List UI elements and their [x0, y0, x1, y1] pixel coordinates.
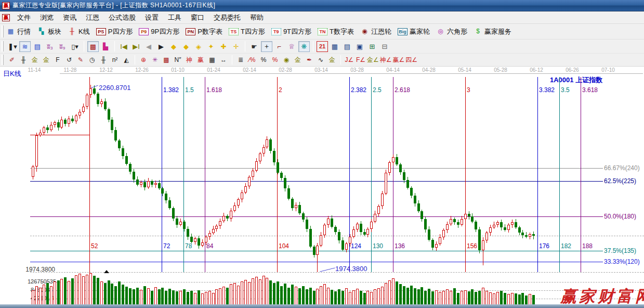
- trend-scribble-button[interactable]: ≋: [19, 41, 31, 52]
- gold-line-tool[interactable]: 金: [293, 55, 303, 65]
- gann-brush-tool[interactable]: ✐: [7, 55, 17, 65]
- t-number-button[interactable]: TNT数字表: [318, 27, 354, 36]
- network-button[interactable]: ⊞: [366, 41, 378, 52]
- toolbar-separator: [84, 41, 84, 52]
- n-squared-tool[interactable]: n²: [110, 55, 120, 65]
- quotes-button[interactable]: ▦行情: [6, 27, 31, 36]
- shen-angle-tool[interactable]: 神∠: [380, 55, 392, 65]
- diamond-expand-h-button[interactable]: ◈: [193, 41, 204, 52]
- winner-service-button[interactable]: $赢家服务: [474, 27, 511, 36]
- volume-profile-button[interactable]: ▙: [100, 41, 111, 52]
- menu-formula-stock-pick[interactable]: 公式选股: [104, 12, 140, 23]
- menu-trade-order[interactable]: 交易委托: [209, 12, 245, 23]
- red-brush-tool[interactable]: ✎: [75, 55, 86, 65]
- wave-channel-tool[interactable]: ∿: [316, 55, 326, 65]
- chart-style-dropdown[interactable]: ❚▾: [7, 41, 18, 52]
- angle-mirror-tool[interactable]: ◭: [121, 55, 132, 65]
- p-number-button[interactable]: PNP数字表: [186, 27, 222, 36]
- retracement-line: [30, 262, 603, 262]
- title-bar[interactable]: 赢 赢家江恩专业版[赢家内部服务平台] - [上证指数 SH1A0001-167…: [0, 0, 644, 11]
- menu-help[interactable]: 帮助: [245, 12, 268, 23]
- diamond-expand-all-button[interactable]: ✚: [218, 41, 229, 52]
- p9-square-button[interactable]: P99P四方形: [139, 27, 179, 36]
- calendar-button[interactable]: 21: [317, 41, 328, 52]
- next-bar-button[interactable]: ▶: [155, 41, 167, 52]
- angle-measure-tool[interactable]: ⌐: [273, 41, 285, 52]
- scale-ladder-tool[interactable]: ≣: [235, 55, 246, 65]
- menu-window[interactable]: 窗口: [186, 12, 209, 23]
- diamond-full-view-button[interactable]: ✛: [230, 41, 242, 52]
- tick-ruler-2-tool[interactable]: ╫: [98, 55, 109, 65]
- tick-ruler-tool[interactable]: ╫: [18, 55, 29, 65]
- winner-wheel-button[interactable]: Big赢家轮: [398, 27, 430, 36]
- candle: [54, 122, 56, 125]
- ying-grid-tool[interactable]: 赢: [195, 55, 206, 65]
- percent-tool[interactable]: %: [258, 55, 269, 65]
- info-note-button[interactable]: ▤: [32, 41, 43, 52]
- volume-bar: [338, 289, 340, 305]
- bars-3-button[interactable]: ʬ₃: [44, 41, 56, 52]
- prev-bar-button[interactable]: ◀: [143, 41, 154, 52]
- retracement-label: 50.0%(180): [604, 213, 636, 220]
- hexagon-button[interactable]: ◎六角形: [436, 27, 467, 36]
- flag-pen-tool[interactable]: ✒: [304, 55, 314, 65]
- candle: [75, 116, 77, 121]
- volume-bar: [478, 291, 481, 305]
- spiral-tool[interactable]: ↺: [64, 55, 74, 65]
- star-web-tool[interactable]: ✳: [150, 55, 160, 65]
- kline-button[interactable]: ╫K线: [68, 27, 90, 36]
- percent-slash-tool[interactable]: ∕%: [247, 55, 257, 65]
- gold-circle-tool[interactable]: ◉: [281, 55, 292, 65]
- f-grid-tool[interactable]: F: [52, 55, 63, 65]
- time-clock-tool[interactable]: ◷: [87, 55, 97, 65]
- hand-tool[interactable]: ☛: [248, 41, 260, 52]
- menu-file[interactable]: 文件: [12, 12, 35, 23]
- candle: [439, 237, 441, 244]
- menu-news[interactable]: 资讯: [58, 12, 81, 23]
- f-angle-tool[interactable]: F∠: [356, 55, 366, 65]
- si-angle-tool[interactable]: 四∠: [405, 55, 417, 65]
- crown-tool[interactable]: ♕: [286, 41, 297, 52]
- kline-chart[interactable]: 日K线 1A0001 上证指数 11-1411-2812-1212-2601-1…: [0, 67, 644, 304]
- gann-target-tool[interactable]: ⊕: [138, 55, 149, 65]
- diamond-shift-left-button[interactable]: ◆: [168, 41, 179, 52]
- calculator-button[interactable]: ▦: [329, 41, 340, 52]
- gold-angle-tool[interactable]: 金∠: [367, 55, 379, 65]
- workstation-button[interactable]: ⊟: [379, 41, 390, 52]
- candle: [374, 214, 376, 222]
- volume-bar: [323, 284, 326, 305]
- diamond-shift-right-button[interactable]: ◆: [180, 41, 192, 52]
- menu-settings[interactable]: 设置: [140, 12, 163, 23]
- volume-bar: [215, 289, 218, 305]
- width-arrow-tool[interactable]: ↔: [218, 55, 229, 65]
- candle-style-dropdown[interactable]: ▯▾: [69, 41, 81, 52]
- diamond-compress-button[interactable]: ✦: [205, 41, 217, 52]
- notes-button[interactable]: ▤: [341, 41, 353, 52]
- k-marks-tool[interactable]: Ν″: [173, 55, 183, 65]
- numbered-grid-tool[interactable]: ▦: [207, 55, 217, 65]
- gann-wheel-button[interactable]: ◉江恩轮: [360, 27, 391, 36]
- ying-angle-tool[interactable]: 赢∠: [393, 55, 405, 65]
- percent-line-tool[interactable]: %: [270, 55, 280, 65]
- web-grid-tool[interactable]: ❋: [298, 41, 310, 52]
- bars-9-button[interactable]: ʬ₉: [57, 41, 68, 52]
- menu-browse[interactable]: 浏览: [35, 12, 58, 23]
- gold-grid-2-tool[interactable]: 金: [41, 55, 51, 65]
- last-bar-button[interactable]: ▶І: [130, 41, 142, 52]
- gold-underline-tool[interactable]: 金: [327, 55, 337, 65]
- crosshair-tool[interactable]: ＋: [261, 41, 272, 52]
- shen-grid-tool[interactable]: 神: [184, 55, 194, 65]
- red-web-tool[interactable]: ▩: [161, 55, 172, 65]
- first-bar-button[interactable]: І◀: [118, 41, 129, 52]
- p-square-button[interactable]: PSP四方形: [96, 27, 133, 36]
- menu-gann[interactable]: 江恩: [81, 12, 104, 23]
- t-square-button[interactable]: TST四方形: [229, 27, 265, 36]
- j-angle-tool[interactable]: J∠: [344, 55, 354, 65]
- t9-square-button[interactable]: T99T四方形: [271, 27, 311, 36]
- volume-bar: [298, 288, 301, 305]
- menu-tools[interactable]: 工具: [163, 12, 186, 23]
- sectors-button[interactable]: ▚板块: [37, 27, 61, 36]
- gold-grid-tool[interactable]: 金: [30, 55, 40, 65]
- save-button[interactable]: ▣: [354, 41, 365, 52]
- matrix-red-button[interactable]: ▩: [87, 41, 99, 52]
